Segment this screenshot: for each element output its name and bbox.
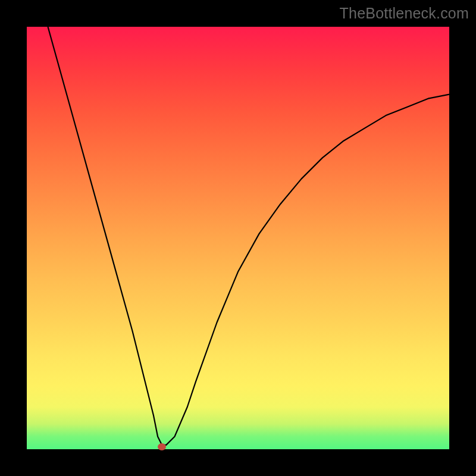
chart-container: TheBottleneck.com: [0, 0, 476, 476]
curve-path: [48, 27, 450, 445]
chart-curve: [27, 27, 449, 449]
plot-area: [27, 27, 449, 449]
marker-dot: [158, 443, 166, 450]
watermark-text: TheBottleneck.com: [340, 5, 469, 22]
